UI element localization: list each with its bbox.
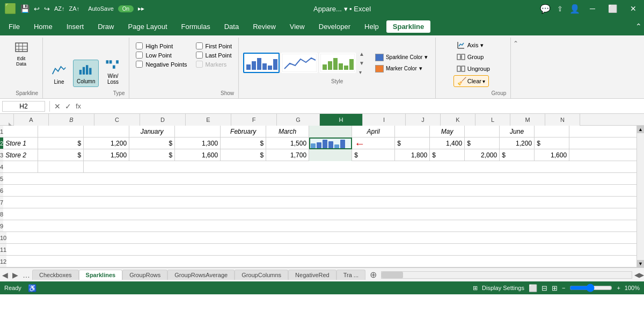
account-icon[interactable]: 👤 [569, 4, 580, 14]
cell-D2[interactable]: $ [129, 137, 175, 149]
cell-C2[interactable]: 1,200 [84, 137, 129, 149]
low-point-checkbox[interactable]: Low Point [136, 51, 187, 59]
menu-sparkline[interactable]: Sparkline [386, 20, 431, 33]
cell-F1[interactable]: February [221, 126, 266, 137]
insert-function-icon[interactable]: fx [76, 102, 81, 111]
cell-J3[interactable]: 1,800 [395, 149, 430, 161]
winloss-type-btn[interactable]: Win/Loss [101, 55, 125, 87]
cell-C3[interactable]: 1,500 [84, 149, 129, 161]
dropdown-icon[interactable]: ▾ [344, 5, 348, 13]
confirm-formula-icon[interactable]: ✓ [65, 102, 71, 111]
select-all-icon[interactable] [0, 114, 14, 126]
edit-data-btn[interactable]: EditData [10, 38, 33, 69]
cell-M3[interactable]: $ [500, 149, 535, 161]
last-point-checkbox[interactable]: Last Point [196, 51, 232, 59]
cell-A3[interactable]: Store 2 [3, 149, 38, 161]
display-settings-icon[interactable]: ⊞ [473, 285, 478, 292]
sparkline-color-btn[interactable]: Sparkline Color ▾ [372, 53, 431, 62]
more-commands[interactable]: ▸▸ [138, 5, 144, 12]
ribbon-collapse[interactable]: ⌃ [511, 38, 521, 98]
cell-E2[interactable]: 1,300 [175, 137, 221, 149]
tab-nav-next[interactable]: ▶ [10, 271, 20, 279]
marker-color-btn[interactable]: Marker Color ▾ [372, 64, 431, 74]
ungroup-btn[interactable]: Ungroup [453, 63, 493, 74]
col-header-K[interactable]: K [441, 114, 475, 126]
cell-A1[interactable] [3, 126, 38, 137]
marker-color-dropdown[interactable]: ▾ [419, 65, 422, 72]
quick-access-save[interactable]: 💾 [20, 4, 30, 13]
row-header-11[interactable]: 11 [0, 244, 6, 256]
share-icon[interactable]: ⇧ [557, 5, 563, 13]
menu-page-layout[interactable]: Page Layout [122, 20, 174, 33]
cell-L2[interactable]: $ [465, 137, 500, 149]
negative-points-checkbox[interactable]: Negative Points [136, 60, 187, 68]
low-point-input[interactable] [136, 52, 143, 59]
cell-K1[interactable]: May [430, 126, 465, 137]
cell-K2[interactable]: 1,400 [430, 137, 465, 149]
scroll-up-arrow[interactable]: ▲ [637, 126, 644, 133]
col-header-D[interactable]: D [140, 114, 186, 126]
cell-A2[interactable]: Store 1 [3, 137, 38, 149]
quick-access-undo[interactable]: ↩ [34, 5, 40, 13]
axis-dropdown[interactable]: ▾ [480, 42, 484, 49]
style-scroll-down[interactable]: ▼ [358, 59, 365, 67]
cell-N1[interactable] [535, 126, 569, 137]
cell-G2[interactable]: 1,500 [266, 137, 309, 149]
col-header-B[interactable]: B [49, 114, 94, 126]
h-scroll-thumb[interactable] [382, 272, 403, 278]
menu-help[interactable]: Help [358, 20, 385, 33]
formula-input[interactable] [83, 103, 642, 110]
zoom-slider[interactable] [569, 284, 612, 292]
negative-points-input[interactable] [136, 61, 143, 68]
cell-K3[interactable]: $ [430, 149, 465, 161]
sort-za-icon[interactable]: ZA↑ [69, 5, 80, 12]
col-header-I[interactable]: I [363, 114, 406, 126]
cell-H1[interactable] [309, 126, 352, 137]
cell-I2[interactable]: ← [352, 137, 395, 149]
sheet-tab-checkboxes[interactable]: Checkboxes [32, 270, 79, 280]
sheet-tab-negativered[interactable]: NegativeRed [288, 270, 336, 280]
zoom-in-btn[interactable]: + [617, 285, 620, 291]
menu-developer[interactable]: Developer [312, 20, 357, 33]
cell-M1[interactable]: June [500, 126, 535, 137]
autosave-toggle[interactable]: On [118, 5, 134, 12]
cell-L1[interactable] [465, 126, 500, 137]
quick-access-redo[interactable]: ↪ [44, 5, 50, 13]
col-header-A[interactable]: A [14, 114, 49, 126]
menu-formulas[interactable]: Formulas [175, 20, 217, 33]
cell-G3[interactable]: 1,700 [266, 149, 309, 161]
axis-btn[interactable]: Axis ▾ [453, 40, 487, 50]
col-header-N[interactable]: N [545, 114, 580, 126]
style-scroll-up[interactable]: ▲ [358, 50, 365, 58]
col-header-G[interactable]: G [277, 114, 320, 126]
cell-name-box[interactable] [2, 101, 45, 112]
cell-D3[interactable]: $ [129, 149, 175, 161]
normal-view-btn[interactable]: ⬜ [529, 284, 537, 292]
row-header-12[interactable]: 12 [0, 256, 6, 267]
col-header-J[interactable]: J [406, 114, 441, 126]
ribbon-collapse-btn[interactable]: ⌃ [635, 22, 642, 31]
menu-data[interactable]: Data [218, 20, 245, 33]
style-item-2[interactable] [281, 53, 318, 73]
cell-I1[interactable]: April [352, 126, 395, 137]
cell-C1[interactable] [84, 126, 129, 137]
col-header-F[interactable]: F [231, 114, 277, 126]
accessibility-icon[interactable]: ♿ [28, 284, 36, 292]
tab-nav-more[interactable]: … [20, 271, 32, 279]
cell-M2[interactable]: 1,200 [500, 137, 535, 149]
cell-F3[interactable]: $ [221, 149, 266, 161]
col-header-L[interactable]: L [475, 114, 510, 126]
last-point-input[interactable] [196, 52, 203, 59]
high-point-checkbox[interactable]: High Point [136, 42, 187, 50]
line-type-btn[interactable]: Line [47, 61, 71, 87]
col-header-E[interactable]: E [186, 114, 231, 126]
cell-G1[interactable]: March [266, 126, 309, 137]
menu-review[interactable]: Review [246, 20, 282, 33]
close-btn[interactable]: ✕ [627, 4, 640, 13]
minimize-btn[interactable]: ─ [587, 4, 598, 13]
row-header-10[interactable]: 10 [0, 232, 6, 244]
menu-insert[interactable]: Insert [60, 20, 91, 33]
cell-E1[interactable] [175, 126, 221, 137]
page-layout-btn[interactable]: ⊟ [541, 284, 547, 292]
style-item-1[interactable] [243, 53, 280, 73]
